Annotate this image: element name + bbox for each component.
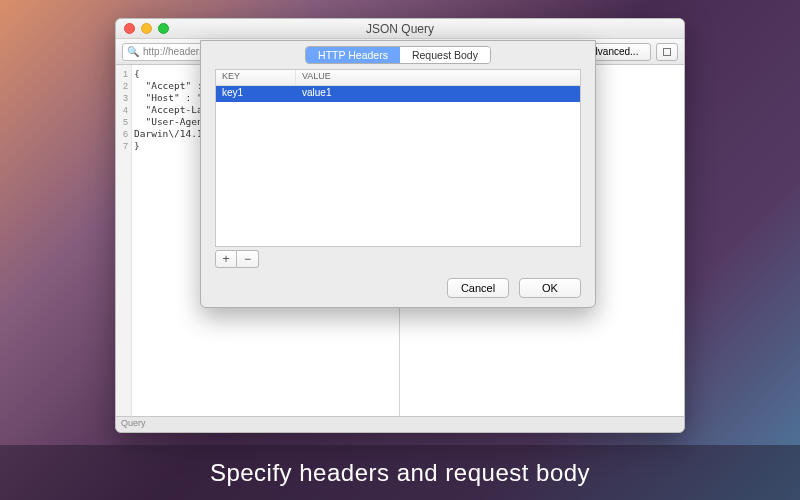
remove-row-button[interactable]: − bbox=[237, 250, 259, 268]
zoom-icon[interactable] bbox=[158, 23, 169, 34]
caption-text: Specify headers and request body bbox=[210, 459, 590, 487]
caption-bar: Specify headers and request body bbox=[0, 445, 800, 500]
cell-value[interactable]: value1 bbox=[296, 86, 580, 102]
layout-toggle-button[interactable] bbox=[656, 43, 678, 61]
add-row-button[interactable]: + bbox=[215, 250, 237, 268]
column-key[interactable]: KEY bbox=[216, 70, 296, 85]
window-title: JSON Query bbox=[116, 22, 684, 36]
titlebar: JSON Query bbox=[116, 19, 684, 39]
status-text: Query bbox=[121, 418, 146, 428]
modal-tabs: HTTP Headers Request Body bbox=[201, 41, 595, 69]
tab-http-headers[interactable]: HTTP Headers bbox=[306, 47, 400, 63]
layout-icon bbox=[663, 48, 671, 56]
tab-request-body[interactable]: Request Body bbox=[400, 47, 490, 63]
line-gutter: 1234567 bbox=[116, 65, 132, 416]
cancel-button[interactable]: Cancel bbox=[447, 278, 509, 298]
advanced-modal: HTTP Headers Request Body KEY VALUE key1… bbox=[200, 40, 596, 308]
table-row[interactable]: key1 value1 bbox=[216, 86, 580, 102]
table-footer: + − bbox=[215, 247, 581, 267]
close-icon[interactable] bbox=[124, 23, 135, 34]
search-icon: 🔍 bbox=[127, 46, 139, 57]
cell-key[interactable]: key1 bbox=[216, 86, 296, 102]
status-bar: Query bbox=[116, 416, 684, 432]
background: JSON Query 🔍 http://headers.jsontest.com… bbox=[0, 0, 800, 500]
table-header: KEY VALUE bbox=[216, 70, 580, 86]
headers-table[interactable]: KEY VALUE key1 value1 bbox=[215, 69, 581, 247]
column-value[interactable]: VALUE bbox=[296, 70, 580, 85]
ok-button[interactable]: OK bbox=[519, 278, 581, 298]
modal-footer: Cancel OK bbox=[201, 275, 595, 307]
minimize-icon[interactable] bbox=[141, 23, 152, 34]
